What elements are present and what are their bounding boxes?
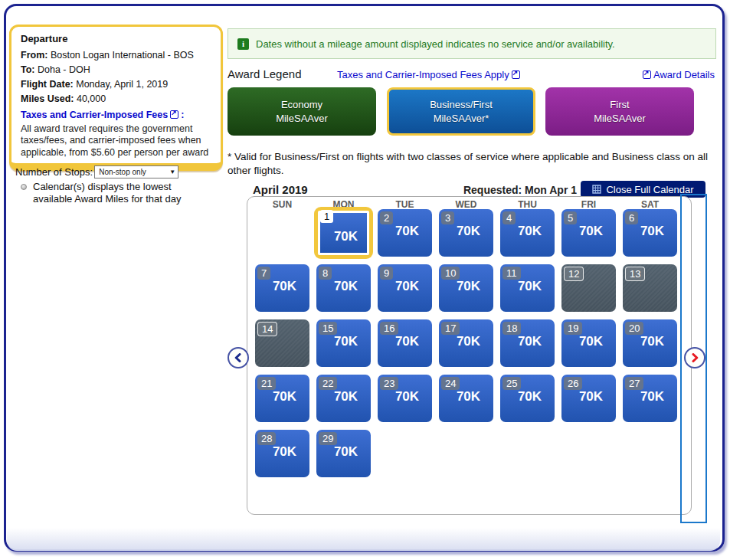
- day-number-badge: 13: [625, 267, 645, 281]
- calendar-day-18[interactable]: 1870K: [500, 319, 555, 367]
- next-month-arrow[interactable]: [684, 347, 705, 368]
- weekday-header-wed: WED: [439, 199, 493, 210]
- departure-to: To: Doha - DOH: [21, 64, 211, 75]
- external-link-icon: [170, 110, 178, 119]
- calendar-day-16[interactable]: 1670K: [378, 319, 432, 367]
- calendar-day-29[interactable]: 2970K: [316, 430, 371, 477]
- day-number-badge: 10: [441, 267, 460, 280]
- day-number-badge: 3: [441, 211, 454, 224]
- weekday-header-sat: SAT: [623, 199, 677, 210]
- calendar-day-6[interactable]: 670K: [623, 209, 677, 257]
- calendar-day-23[interactable]: 2370K: [378, 375, 432, 422]
- award-calendar-page: Departure From: Boston Logan Internation…: [0, 0, 730, 560]
- calendar-day-8[interactable]: 870K: [316, 264, 371, 312]
- stops-filter-row: Number of Stops: Non-stop only ▼: [15, 165, 178, 178]
- calendar-note-text: Calendar(s) displays the lowest availabl…: [33, 181, 198, 206]
- fees-apply-link[interactable]: Taxes and Carrier-Imposed Fees Apply: [337, 69, 522, 80]
- stops-select[interactable]: Non-stop only ▼: [94, 165, 178, 178]
- day-number-badge: 6: [625, 211, 638, 224]
- day-number-badge: 27: [625, 377, 643, 390]
- calendar-day-27[interactable]: 2770K: [623, 375, 677, 422]
- calendar-grid-icon: [592, 185, 601, 194]
- calendar-day-19[interactable]: 1970K: [561, 319, 616, 367]
- chevron-left-icon: [234, 353, 243, 362]
- day-number-badge: 28: [257, 432, 276, 445]
- legend-button-line1: Business/First: [430, 98, 493, 112]
- day-number-badge: 19: [564, 322, 582, 335]
- legend-footnote: * Valid for Business/First on flights wi…: [228, 150, 724, 178]
- calendar-grid: SUNMONTUEWEDTHUFRISAT70K1270K370K470K570…: [247, 196, 692, 515]
- close-full-calendar-button[interactable]: Close Full Calendar: [581, 181, 705, 198]
- calendar-day-22[interactable]: 2270K: [316, 375, 371, 422]
- day-number-badge: 26: [564, 377, 582, 390]
- calendar-day-24[interactable]: 2470K: [439, 375, 493, 422]
- chevron-right-icon: [690, 353, 699, 362]
- calendar-day-7[interactable]: 770K: [255, 264, 309, 312]
- legend-button-economy[interactable]: EconomyMileSAAver: [228, 87, 376, 136]
- calendar-day-13-unavailable: 13: [623, 264, 677, 312]
- day-number-badge: 17: [441, 322, 460, 335]
- day-number-badge: 11: [502, 267, 521, 280]
- calendar-day-10[interactable]: 1070K: [439, 264, 493, 312]
- to-value: Doha - DOH: [38, 64, 90, 75]
- calendar-day-21[interactable]: 2170K: [255, 375, 309, 422]
- legend-button-first[interactable]: FirstMileSAAver: [545, 87, 694, 136]
- flight-date-value: Monday, April 1, 2019: [76, 79, 168, 90]
- award-legend-title: Award Legend: [228, 67, 301, 80]
- calendar-day-12-unavailable: 12: [561, 264, 616, 312]
- departure-summary-panel: Departure From: Boston Logan Internation…: [9, 25, 223, 171]
- dropdown-caret-icon: ▼: [169, 169, 175, 175]
- stops-selected-value: Non-stop only: [99, 168, 146, 176]
- award-details-link[interactable]: Award Details: [640, 69, 715, 80]
- previous-month-arrow[interactable]: [228, 347, 249, 368]
- calendar-day-28[interactable]: 2870K: [255, 430, 309, 477]
- weekday-header-sun: SUN: [255, 199, 309, 210]
- calendar-day-26[interactable]: 2670K: [561, 375, 616, 422]
- calendar-day-2[interactable]: 270K: [378, 209, 432, 257]
- day-number-badge: 12: [564, 267, 584, 281]
- weekday-header-tue: TUE: [378, 199, 432, 210]
- bullet-icon: [21, 184, 27, 190]
- calendar-day-17[interactable]: 1770K: [439, 319, 493, 367]
- to-label: To:: [21, 64, 35, 75]
- calendar-day-9[interactable]: 970K: [378, 264, 432, 312]
- calendar-day-15[interactable]: 1570K: [316, 319, 371, 367]
- taxes-fees-link[interactable]: Taxes and Carrier-Imposed Fees:: [21, 110, 211, 120]
- requested-date-label: Requested: Mon Apr 1: [425, 184, 577, 196]
- departure-title: Departure: [21, 33, 211, 44]
- day-number-badge: 4: [502, 211, 516, 224]
- calendar-day-20[interactable]: 2070K: [623, 319, 677, 367]
- miles-used-value: 40,000: [77, 93, 106, 104]
- legend-button-line2: MileSAAver: [276, 112, 328, 126]
- day-number-badge: 14: [257, 322, 277, 336]
- info-banner: i Dates without a mileage amount display…: [228, 28, 716, 59]
- flight-date-label: Flight Date:: [21, 79, 74, 90]
- day-number-badge: 29: [319, 432, 337, 445]
- calendar-day-11[interactable]: 1170K: [500, 264, 555, 312]
- info-banner-text: Dates without a mileage amount displayed…: [256, 38, 615, 50]
- day-number-badge: 16: [380, 322, 398, 335]
- day-number-badge: 22: [319, 377, 337, 390]
- legend-button-line2: MileSAAver: [594, 112, 646, 126]
- month-title: April 2019: [253, 183, 308, 196]
- calendar-day-3[interactable]: 370K: [439, 209, 493, 257]
- day-number-badge: 21: [257, 377, 276, 390]
- info-icon: i: [237, 38, 249, 50]
- legend-button-business-first[interactable]: Business/FirstMileSAAver*: [387, 87, 535, 136]
- departure-miles-used: Miles Used: 40,000: [21, 93, 211, 104]
- calendar-day-4[interactable]: 470K: [500, 209, 555, 257]
- calendar-day-25[interactable]: 2570K: [500, 375, 555, 422]
- day-number-badge: 2: [380, 211, 393, 224]
- calendar-note-row: Calendar(s) displays the lowest availabl…: [21, 181, 198, 206]
- from-value: Boston Logan International - BOS: [51, 50, 194, 61]
- day-number-badge: 5: [564, 211, 577, 224]
- day-number-badge: 7: [257, 267, 270, 280]
- weekday-header-fri: FRI: [561, 199, 616, 210]
- calendar-day-5[interactable]: 570K: [561, 209, 616, 257]
- departure-flight-date: Flight Date: Monday, April 1, 2019: [21, 79, 211, 90]
- from-label: From:: [21, 50, 47, 61]
- day-number-badge: 18: [502, 322, 521, 335]
- taxes-fees-note: All award travel requires the government…: [21, 123, 211, 159]
- calendar-day-1[interactable]: 70K1: [314, 207, 373, 259]
- bottom-gradient: [7, 528, 720, 551]
